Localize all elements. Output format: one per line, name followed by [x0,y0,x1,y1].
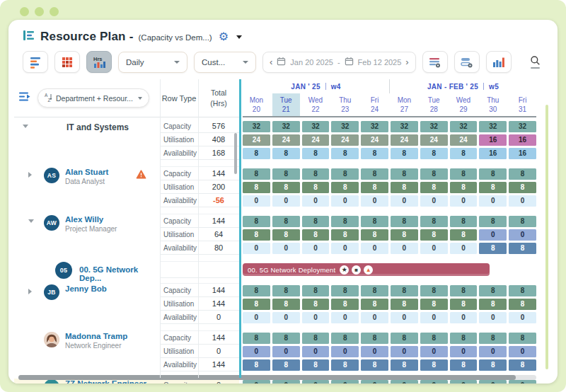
grid-cell[interactable]: 8 [479,216,507,227]
grid-cell[interactable]: 24 [302,134,330,146]
grid-cell[interactable]: 8 [391,285,418,296]
grid-cell[interactable]: 8 [509,359,536,371]
window-control-dot[interactable] [35,7,44,16]
grid-cell[interactable]: 0 [331,195,359,207]
grid-cell[interactable]: 0 [391,243,418,254]
grid-cell[interactable]: 8 [302,285,330,296]
grid-cell[interactable]: 8 [450,148,478,159]
grid-cell[interactable]: 0 [243,380,270,384]
grid-cell[interactable]: 24 [420,134,448,146]
grid-cell[interactable]: 8 [331,333,359,344]
grid-cell[interactable]: 8 [243,285,270,296]
grid-cell[interactable]: 8 [479,168,507,180]
expand-collapse-all-icon[interactable] [18,91,31,105]
grid-cell[interactable]: 0 [302,243,330,254]
grid-cell[interactable]: 8 [272,216,300,227]
grid-cell[interactable]: 8 [479,359,507,371]
range-select[interactable]: Cust... [194,52,256,73]
day-header[interactable]: Thu23 [331,93,359,116]
grid-cell[interactable]: 0 [272,195,300,207]
warning-icon[interactable] [136,169,146,182]
grid-cell[interactable]: 8 [509,333,536,344]
day-header[interactable]: Wed29 [450,93,478,116]
grid-cell[interactable]: 0 [509,229,536,241]
grid-cell[interactable]: 0 [450,380,478,384]
grid-cell[interactable]: 8 [420,359,448,371]
grid-cell[interactable]: 8 [509,182,536,193]
grid-cell[interactable]: 0 [450,312,478,323]
grid-cell[interactable]: 8 [361,229,388,241]
grid-cell[interactable]: 8 [361,182,388,193]
expand-icon[interactable] [28,172,32,178]
grid-cell[interactable]: 0 [509,195,536,207]
grid-cell[interactable]: 8 [420,148,448,159]
grid-cell[interactable]: 24 [450,134,478,146]
grid-cell[interactable]: 0 [361,312,388,323]
grid-cell[interactable]: 8 [391,359,418,371]
grid-cell[interactable]: 0 [272,346,300,357]
resource-name[interactable]: Alan Stuart [65,168,108,176]
day-header[interactable]: Wed22 [302,93,330,116]
grid-cell[interactable]: 16 [509,134,536,146]
grid-cell[interactable]: 0 [509,312,536,323]
grid-cell[interactable]: 8 [450,182,478,193]
grid-cell[interactable]: 8 [391,299,418,310]
grid-cell[interactable]: 8 [391,229,418,241]
search-button[interactable] [530,55,543,69]
gear-icon[interactable]: ⚙ [219,31,229,42]
resource-name[interactable]: Madonna Tramp [65,332,127,340]
grid-cell[interactable]: 0 [302,346,330,357]
grid-cell[interactable]: 0 [479,195,507,207]
grid-cell[interactable]: 0 [302,312,330,323]
grid-cell[interactable]: 8 [450,285,478,296]
grid-cell[interactable]: 0 [391,312,418,323]
grid-cell[interactable]: 8 [272,229,300,241]
grid-cell[interactable]: 0 [302,380,330,384]
resource-name[interactable]: Jenny Bob [65,284,107,293]
grid-cell[interactable]: 16 [479,148,507,159]
grid-cell[interactable]: 0 [331,380,359,384]
grid-cell[interactable]: 8 [302,168,330,180]
grid-cell[interactable]: 0 [272,380,300,384]
grid-cell[interactable]: 8 [391,168,418,180]
grid-cell[interactable]: 0 [450,243,478,254]
day-header[interactable]: Tue21 [272,93,300,116]
grid-cell[interactable]: 32 [361,121,388,132]
grid-cell[interactable]: 0 [272,243,300,254]
grid-cell[interactable]: 8 [420,229,448,241]
grid-cell[interactable]: 24 [331,134,359,146]
horizontal-scrollbar[interactable] [18,375,516,380]
collapse-icon[interactable] [23,125,28,128]
grid-cell[interactable]: 8 [450,359,478,371]
interval-select[interactable]: Daily [118,52,187,73]
grid-cell[interactable]: 8 [302,359,330,371]
grid-cell[interactable]: 0 [391,380,418,384]
grid-cell[interactable]: 0 [479,380,507,384]
grid-cell[interactable]: 32 [243,121,270,132]
collapse-icon[interactable] [28,219,34,223]
grid-cell[interactable]: 8 [302,148,330,159]
grid-cell[interactable]: 8 [272,168,300,180]
grid-cell[interactable]: 8 [243,359,270,371]
grid-cell[interactable]: 8 [243,168,270,180]
grid-cell[interactable]: 0 [509,346,536,357]
grid-cell[interactable]: 24 [361,134,388,146]
grid-cell[interactable]: 8 [420,182,448,193]
project-stop-icon[interactable]: ■ [352,265,361,275]
grid-cell[interactable]: 0 [361,243,388,254]
grid-cell[interactable]: 8 [272,148,300,159]
grid-cell[interactable]: 8 [450,168,478,180]
grid-cell[interactable]: 8 [243,148,270,159]
grid-cell[interactable]: 0 [420,312,448,323]
grid-cell[interactable]: 0 [420,195,448,207]
project-warning-icon[interactable]: ▲ [364,265,373,275]
grid-cell[interactable]: 8 [509,243,536,254]
grid-cell[interactable]: 8 [302,216,330,227]
resource-name[interactable]: IT and Systems [67,122,129,132]
capacity-grid-view-button[interactable] [54,51,80,73]
grid-cell[interactable]: 0 [243,195,270,207]
window-control-dot[interactable] [20,7,29,16]
grid-cell[interactable]: 8 [243,299,270,310]
grid-cell[interactable]: 8 [272,359,300,371]
grid-cell[interactable]: 0 [361,195,388,207]
